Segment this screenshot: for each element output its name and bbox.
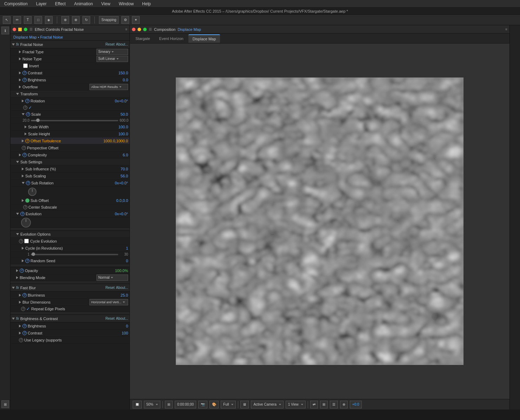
- offset-turb-value[interactable]: 1000.0,1000.0: [104, 139, 128, 143]
- side-info[interactable]: ℹ: [1, 27, 9, 34]
- options-btn-4[interactable]: ⊕: [340, 401, 348, 408]
- time-offset-display[interactable]: +0.0: [350, 401, 362, 408]
- bc-bright-stopwatch[interactable]: ⏱: [22, 324, 27, 328]
- menu-layer[interactable]: Layer: [35, 1, 48, 7]
- cycle-evo-stopwatch[interactable]: ⏱: [19, 239, 23, 243]
- fractal-noise-reset[interactable]: Reset: [105, 42, 114, 46]
- uniform-stopwatch[interactable]: ⏱: [23, 106, 27, 110]
- offset-turb-stopwatch[interactable]: ⏱: [25, 139, 29, 143]
- transform-collapse[interactable]: [16, 93, 19, 95]
- blending-expand[interactable]: [16, 276, 18, 279]
- rotation-expand[interactable]: [22, 100, 24, 102]
- menu-window[interactable]: Window: [117, 1, 135, 7]
- opacity-stopwatch[interactable]: ⏱: [20, 269, 24, 273]
- panel-menu-icon[interactable]: ≡: [125, 27, 127, 31]
- tool-select[interactable]: ↖: [3, 16, 11, 24]
- options-btn-3[interactable]: ☰: [330, 401, 338, 408]
- comp-menu-icon[interactable]: ≡: [505, 27, 507, 31]
- brightness-expand[interactable]: [19, 79, 21, 81]
- scale-thumb[interactable]: [36, 118, 40, 122]
- menu-view[interactable]: View: [100, 1, 112, 7]
- tab-displace-map[interactable]: Displace Map: [188, 34, 220, 43]
- brightness-stopwatch[interactable]: ⏱: [22, 78, 27, 82]
- overflow-dropdown[interactable]: Allow HDR Results: [89, 84, 128, 90]
- bc-about[interactable]: About...: [116, 317, 128, 320]
- contrast-expand[interactable]: [19, 72, 21, 74]
- timecode-display[interactable]: 0:00:00;00: [175, 401, 196, 408]
- persp-stopwatch[interactable]: ⏱: [22, 146, 26, 150]
- fractal-type-expand[interactable]: [19, 50, 21, 53]
- cycle-evo-checkbox[interactable]: [24, 239, 29, 243]
- menu-effect[interactable]: Effect: [54, 1, 67, 7]
- snapping-options[interactable]: ⚙: [121, 16, 129, 24]
- tool-position[interactable]: ⊗: [72, 16, 80, 24]
- opacity-expand[interactable]: [16, 269, 18, 272]
- scale-width-expand[interactable]: [25, 126, 27, 128]
- repeat-edge-row[interactable]: ⏱ ✓ Repeat Edge Pixels: [11, 306, 129, 312]
- rotation-stopwatch[interactable]: ⏱: [25, 99, 29, 103]
- complexity-expand[interactable]: [19, 154, 21, 156]
- random-seed-expand[interactable]: [22, 259, 24, 262]
- evolution-stopwatch[interactable]: ⏱: [20, 212, 25, 216]
- side-expand[interactable]: ⊞: [1, 400, 9, 408]
- blur-dim-expand[interactable]: [19, 301, 21, 304]
- use-legacy-stopwatch[interactable]: ⏱: [19, 338, 23, 342]
- brightness-value[interactable]: 0.0: [123, 78, 128, 82]
- fractal-type-dropdown[interactable]: Smeary: [96, 49, 128, 55]
- zoom-dropdown[interactable]: 50%: [144, 401, 160, 408]
- quality-dropdown[interactable]: Full: [221, 401, 236, 408]
- contrast-value[interactable]: 150.0: [118, 71, 128, 75]
- offset-turb-expand[interactable]: [22, 140, 24, 142]
- random-seed-value[interactable]: 0: [126, 259, 128, 263]
- tab-event-horizon[interactable]: Event Horizon: [155, 34, 188, 43]
- sub-offset-stopwatch[interactable]: [25, 198, 29, 203]
- uniform-scaling-row[interactable]: ⏱ ✓: [11, 104, 129, 111]
- fractal-noise-about[interactable]: About...: [116, 42, 128, 46]
- center-subscale-row[interactable]: ⏱ Center Subscale: [11, 204, 129, 210]
- tool-extra[interactable]: ✦: [132, 16, 140, 24]
- scale-height-value[interactable]: 100.0: [118, 132, 128, 136]
- tool-shape[interactable]: □: [34, 16, 42, 24]
- effect-controls-body[interactable]: fx Fractal Noise Reset About... Fractal …: [11, 41, 129, 409]
- blur-dim-dropdown[interactable]: Horizontal and Verti...: [89, 299, 128, 305]
- rotation-value[interactable]: 0x+0.0°: [115, 99, 128, 103]
- repeat-stopwatch[interactable]: ⏱: [21, 307, 25, 311]
- sub-infl-expand[interactable]: [22, 168, 24, 170]
- tool-roto[interactable]: ◈: [45, 16, 53, 24]
- scale-height-expand[interactable]: [25, 133, 27, 135]
- bc-contrast-value[interactable]: 100: [122, 331, 128, 335]
- fast-blur-reset[interactable]: Reset: [105, 286, 114, 290]
- bc-reset[interactable]: Reset: [105, 317, 114, 320]
- blending-mode-dropdown[interactable]: Normal: [96, 275, 128, 281]
- menu-help[interactable]: Help: [141, 1, 152, 7]
- brightness-contrast-header[interactable]: fx Brightness & Contrast Reset About...: [11, 315, 129, 323]
- bc-bright-expand[interactable]: [19, 325, 21, 327]
- evolution-options-header[interactable]: Evolution Options: [11, 231, 129, 238]
- bc-contrast-stopwatch[interactable]: ⏱: [22, 331, 27, 335]
- sub-settings-header[interactable]: Sub Settings: [11, 158, 129, 165]
- blurriness-value[interactable]: 25.0: [121, 293, 128, 297]
- snap-btn[interactable]: ⊞: [165, 401, 173, 408]
- tab-stargate[interactable]: Stargate: [131, 34, 154, 43]
- blurriness-expand[interactable]: [19, 294, 21, 297]
- random-seed-stopwatch[interactable]: ⏱: [25, 259, 29, 263]
- cycle-revs-value[interactable]: 1: [126, 246, 128, 250]
- options-btn-2[interactable]: ⊞: [320, 401, 328, 408]
- comp-minimize-btn[interactable]: [138, 28, 141, 31]
- tool-rotation[interactable]: ↻: [82, 16, 90, 24]
- sub-rotation-dial[interactable]: [28, 188, 36, 196]
- view-options-btn[interactable]: 🔲: [133, 401, 142, 408]
- sub-rotation-value[interactable]: 0x+0.0°: [115, 181, 128, 185]
- invert-row[interactable]: Invert: [11, 62, 129, 69]
- fractal-noise-collapse[interactable]: [12, 43, 15, 46]
- sub-offset-expand[interactable]: [22, 199, 24, 202]
- view-type-btn[interactable]: 🖥: [240, 401, 249, 408]
- transform-header[interactable]: Transform: [11, 90, 129, 97]
- scale-collapse[interactable]: [22, 113, 25, 115]
- cycle-revs-expand[interactable]: [22, 247, 24, 250]
- sub-rot-collapse[interactable]: [22, 182, 25, 184]
- options-btn-1[interactable]: ⇄: [310, 401, 318, 408]
- sub-influence-value[interactable]: 70.0: [121, 167, 128, 171]
- sub-scaling-value[interactable]: 56.0: [121, 174, 128, 178]
- active-camera-dropdown[interactable]: Active Camera: [251, 401, 284, 408]
